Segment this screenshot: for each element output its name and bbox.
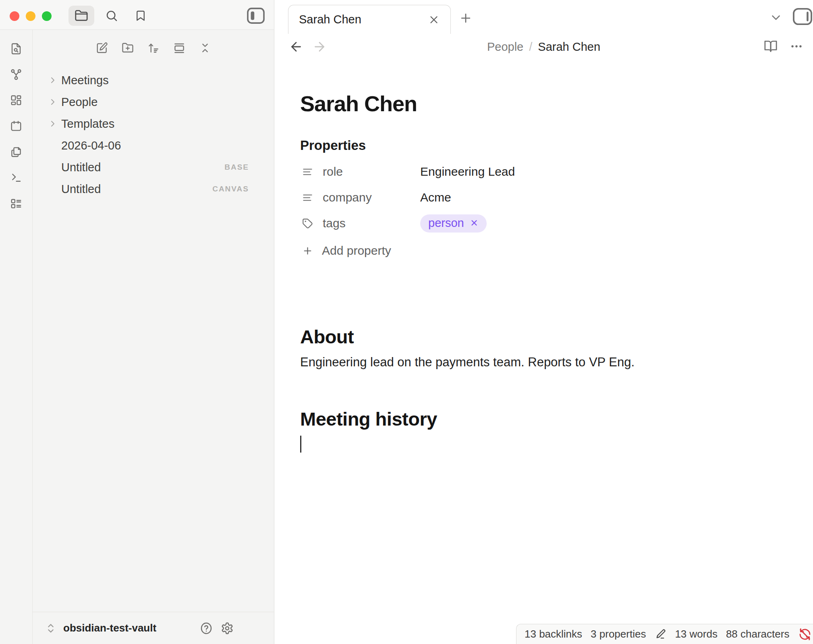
tag-pill-label: person: [428, 216, 464, 230]
status-bar: 13 backlinks 3 properties 13 words 88 ch…: [516, 624, 813, 644]
main-area: Sarah Chen: [274, 0, 813, 644]
backlinks-count[interactable]: 13 backlinks: [525, 628, 582, 640]
explorer-toolbar: [33, 30, 274, 64]
collapse-left-sidebar-button[interactable]: [244, 6, 268, 26]
chevrons-up-down-icon: [45, 622, 57, 634]
word-count[interactable]: 13 words: [675, 628, 718, 640]
view-header: People / Sarah Chen: [274, 34, 813, 60]
ribbon: [0, 30, 33, 644]
character-count[interactable]: 88 characters: [726, 628, 790, 640]
about-heading[interactable]: About: [300, 326, 813, 348]
tree-folder-meetings[interactable]: Meetings: [33, 69, 274, 91]
calendar-icon[interactable]: [10, 120, 22, 132]
property-row-role: role Engineering Lead: [300, 159, 813, 185]
collapse-all-icon[interactable]: [199, 42, 211, 54]
tag-pill-person[interactable]: person: [420, 214, 487, 233]
tree-folder-people[interactable]: People: [33, 91, 274, 113]
panel-right-toggle-icon: [792, 7, 813, 26]
meeting-history-heading[interactable]: Meeting history: [300, 408, 813, 430]
property-key[interactable]: tags: [302, 216, 420, 230]
note-title[interactable]: Sarah Chen: [300, 91, 813, 116]
text-cursor: [300, 436, 301, 453]
tab-sarah-chen[interactable]: Sarah Chen: [288, 5, 451, 34]
more-options-button[interactable]: [790, 39, 803, 53]
breadcrumb-note[interactable]: Sarah Chen: [538, 40, 600, 54]
breadcrumb: People / Sarah Chen: [274, 34, 813, 60]
search-tab-button[interactable]: [102, 6, 121, 26]
zoom-window-button[interactable]: [42, 11, 52, 21]
collapse-right-sidebar-button[interactable]: [792, 7, 813, 27]
note-label: Untitled: [61, 161, 101, 174]
breadcrumb-folder[interactable]: People: [487, 40, 523, 54]
tab-list-dropdown[interactable]: [769, 10, 783, 24]
properties-count[interactable]: 3 properties: [591, 628, 646, 640]
sort-order-icon[interactable]: [147, 42, 160, 54]
terminal-icon[interactable]: [10, 172, 22, 184]
chevron-right-icon[interactable]: [48, 97, 58, 107]
left-sidebar-region: Meetings People Templates 2026-04-06: [0, 0, 274, 644]
pencil-line-icon[interactable]: [654, 628, 666, 640]
file-search-icon[interactable]: [10, 43, 22, 55]
text-type-icon: [302, 166, 313, 177]
tree-base-untitled[interactable]: Untitled BASE: [33, 156, 274, 178]
property-key[interactable]: role: [302, 165, 420, 179]
help-circle-icon[interactable]: [200, 622, 213, 635]
graph-view-icon[interactable]: [10, 69, 22, 81]
vault-switcher[interactable]: obsidian-test-vault: [33, 612, 274, 644]
tree-folder-templates[interactable]: Templates: [33, 113, 274, 135]
note-content[interactable]: Sarah Chen Properties role Engineering L…: [274, 60, 813, 453]
bookmark-icon: [135, 10, 147, 22]
close-tab-icon[interactable]: [428, 14, 440, 26]
breadcrumb-separator: /: [529, 40, 532, 54]
properties-heading: Properties: [300, 138, 813, 153]
file-tree: Meetings People Templates 2026-04-06: [33, 64, 274, 200]
property-key-label: tags: [323, 216, 346, 230]
folder-icon: [75, 9, 88, 23]
folder-label: People: [61, 96, 97, 109]
chevron-right-icon[interactable]: [48, 75, 58, 85]
panel-left-toggle-icon: [247, 7, 265, 24]
list-blocks-icon[interactable]: [10, 197, 22, 210]
tag-icon: [302, 218, 313, 229]
vault-name: obsidian-test-vault: [63, 622, 156, 634]
new-note-icon[interactable]: [96, 42, 108, 54]
remove-tag-icon[interactable]: [470, 218, 479, 227]
add-property-button[interactable]: Add property: [302, 239, 813, 262]
view-header-actions: [764, 39, 803, 53]
file-type-badge: BASE: [224, 163, 249, 172]
properties-list: role Engineering Lead company Acme: [300, 159, 813, 236]
tree-canvas-untitled[interactable]: Untitled CANVAS: [33, 178, 274, 200]
property-row-company: company Acme: [300, 185, 813, 210]
search-icon: [105, 9, 118, 22]
meeting-history-section: Meeting history: [300, 408, 813, 453]
plus-icon: [459, 11, 473, 25]
nav-layout-icon[interactable]: [173, 42, 185, 54]
files-tab-button[interactable]: [68, 6, 94, 26]
folder-label: Meetings: [61, 74, 109, 87]
property-value[interactable]: Engineering Lead: [420, 165, 515, 179]
about-body[interactable]: Engineering lead on the payments team. R…: [300, 353, 813, 371]
left-body: Meetings People Templates 2026-04-06: [0, 30, 274, 644]
new-folder-icon[interactable]: [122, 42, 134, 54]
bookmarks-tab-button[interactable]: [131, 6, 150, 26]
reading-mode-button[interactable]: [764, 39, 778, 53]
tree-note-daily[interactable]: 2026-04-06: [33, 135, 274, 156]
property-value[interactable]: Acme: [420, 191, 451, 204]
folder-label: Templates: [61, 117, 114, 131]
new-tab-button[interactable]: [456, 9, 475, 27]
titlebar: [0, 0, 274, 30]
sync-off-icon[interactable]: [798, 628, 811, 641]
note-label: 2026-04-06: [61, 139, 121, 152]
add-property-label: Add property: [322, 244, 391, 258]
about-section: About Engineering lead on the payments t…: [300, 326, 813, 371]
settings-gear-icon[interactable]: [221, 622, 234, 635]
property-row-tags: tags person: [300, 210, 813, 236]
close-window-button[interactable]: [10, 11, 19, 21]
copy-files-icon[interactable]: [10, 146, 22, 158]
chevron-down-icon: [769, 10, 783, 24]
canvas-icon[interactable]: [10, 94, 22, 106]
vault-actions: [200, 622, 234, 635]
minimize-window-button[interactable]: [26, 11, 35, 21]
chevron-right-icon[interactable]: [48, 119, 58, 129]
property-key[interactable]: company: [302, 191, 420, 204]
